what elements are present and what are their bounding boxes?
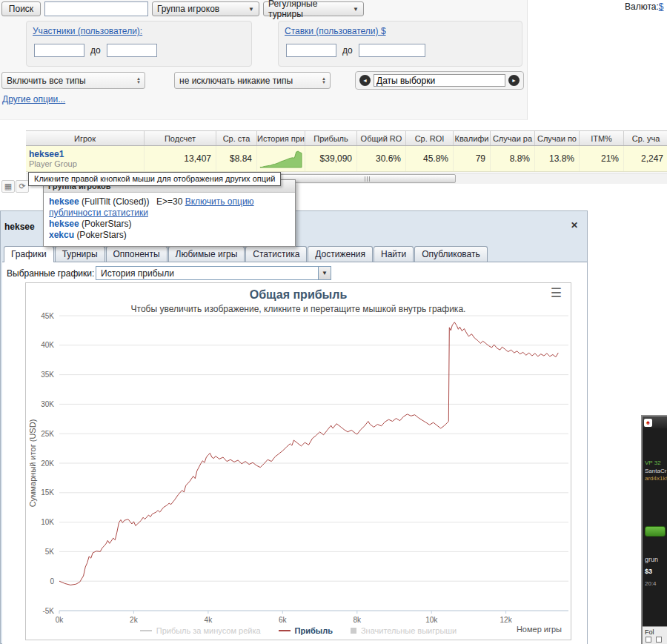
- tab-bar: Графики Турниры Оппоненты Любимые игры С…: [4, 246, 488, 262]
- search-input[interactable]: [44, 1, 148, 16]
- svg-text:5K: 5K: [45, 548, 55, 556]
- stakes-link[interactable]: Ставки (пользователи) $: [285, 26, 386, 36]
- poker-client-panel: ♠ VP 32 SantaCr ard4x1k9 grun $3 20:4 Fo…: [641, 415, 667, 644]
- svg-text:2k: 2k: [130, 616, 139, 624]
- column-header-avg-roi[interactable]: Ср. ROI: [406, 131, 454, 145]
- next-date-button[interactable]: ►: [508, 75, 520, 86]
- currency-caption: Валюта:: [625, 1, 659, 12]
- poker-player-name-2: ard4x1k9: [645, 475, 667, 482]
- date-range-input[interactable]: [374, 74, 505, 87]
- account-site: (PokerStars): [82, 219, 131, 229]
- column-header-cases-2[interactable]: Случаи по: [535, 131, 580, 145]
- enable-public-stats-link[interactable]: Включить опцию: [185, 196, 254, 207]
- account-row: публичности статистики: [49, 208, 290, 219]
- column-header-profit-history[interactable]: История при: [257, 131, 305, 145]
- tab-statistics[interactable]: Статистика: [245, 246, 307, 262]
- avg-roi-cell: 45.8%: [406, 146, 454, 171]
- exclude-types-value: не исключать никакие типы: [175, 76, 318, 86]
- column-header-itm[interactable]: ITM%: [580, 131, 624, 145]
- player-group-label: Player Group: [29, 159, 77, 168]
- chart-type-select[interactable]: История прибыли ▼: [96, 266, 331, 280]
- column-header-player[interactable]: Игрок: [26, 131, 145, 145]
- poker-action-button[interactable]: [645, 526, 666, 537]
- chart-legend: Прибыль за минусом рейка Прибыль Значите…: [26, 626, 571, 635]
- tab-favorite-games[interactable]: Любимые игры: [168, 246, 245, 262]
- poker-vpip-stat: VP 32: [645, 459, 661, 466]
- chart-menu-icon[interactable]: ☰: [551, 287, 562, 299]
- column-header-qualify[interactable]: Квалифи: [454, 131, 491, 145]
- account-link-xekcu-pokerstars[interactable]: xekcu: [49, 230, 74, 240]
- legend-item-profit[interactable]: Прибыль: [279, 626, 333, 635]
- arrow-right-icon: ►: [511, 78, 517, 83]
- tab-opponents[interactable]: Оппоненты: [106, 246, 167, 262]
- legend-item-significant-wins[interactable]: Значительные выигрыши: [351, 626, 457, 635]
- range-to-label: до: [342, 45, 353, 56]
- tab-publish[interactable]: Опубликовать: [414, 246, 487, 262]
- participants-link[interactable]: Участники (пользователи):: [33, 26, 142, 36]
- total-roi-cell: 30.6%: [357, 146, 406, 171]
- range-to-label: до: [90, 45, 101, 56]
- chart-type-value: История прибыли: [96, 268, 318, 279]
- participants-range: до: [34, 44, 157, 57]
- table-header-row: Игрок Подсчет Ср. ста История при Прибыл…: [26, 130, 667, 146]
- prev-date-button[interactable]: ◄: [359, 75, 371, 86]
- fold-any-checkbox[interactable]: [656, 637, 662, 643]
- account-row: heksee (FullTilt (Closed)) E>=30 Включит…: [49, 196, 290, 208]
- window-title: heksee: [4, 222, 35, 232]
- svg-text:0: 0: [50, 577, 54, 585]
- fold-checkbox[interactable]: [646, 637, 651, 643]
- legend-item-profit-minus-rake[interactable]: Прибыль за минусом рейка: [140, 626, 261, 635]
- stakes-range: до: [286, 44, 425, 57]
- svg-text:40K: 40K: [41, 341, 54, 349]
- poker-timer: 20:4: [645, 580, 657, 587]
- stakes-to-input[interactable]: [359, 44, 425, 57]
- stakes-from-input[interactable]: [286, 44, 336, 57]
- date-range-picker: ◄ ►: [355, 71, 524, 90]
- svg-text:12k: 12k: [500, 616, 513, 624]
- popup-body: heksee (FullTilt (Closed)) E>=30 Включит…: [44, 193, 295, 246]
- include-types-select[interactable]: Включить все типы ▲▼: [1, 72, 145, 89]
- itm-cell: 21%: [580, 146, 624, 171]
- close-icon[interactable]: ✕: [571, 220, 578, 230]
- enable-public-stats-link[interactable]: публичности статистики: [49, 208, 148, 218]
- player-group-dropdown[interactable]: Группа игроков ▼: [152, 1, 259, 16]
- profit-chart[interactable]: -5K05K10K15K20K25K30K35K40K45K0k2k4k6k8k…: [25, 282, 571, 640]
- account-link-heksee-fulltilt[interactable]: heksee: [49, 196, 79, 207]
- column-header-profit[interactable]: Прибыль: [305, 131, 357, 145]
- table-row[interactable]: heksee1 Player Group 13,407 $8.84 $39,09…: [26, 146, 667, 172]
- participants-to-input[interactable]: [107, 44, 157, 57]
- sparkline-canvas: [259, 149, 302, 168]
- include-types-value: Включить все типы: [2, 76, 133, 86]
- avg-entrants-cell: 2,247: [624, 146, 667, 171]
- exclude-types-select[interactable]: не исключать никакие типы ▲▼: [174, 72, 331, 89]
- tab-find[interactable]: Найти: [374, 246, 414, 262]
- account-row: xekcu (PokerStars): [49, 230, 290, 241]
- poker-player-name-1: SantaCr: [645, 468, 666, 474]
- column-header-count[interactable]: Подсчет: [145, 131, 216, 145]
- layout-button[interactable]: ▦: [1, 180, 15, 193]
- column-header-avg-stake[interactable]: Ср. ста: [216, 131, 257, 145]
- tab-achievements[interactable]: Достижения: [308, 246, 373, 262]
- app-screen: Поиск Группа игроков ▼ Регулярные турнир…: [0, 0, 667, 644]
- column-header-total-roi[interactable]: Общий RO: [357, 131, 406, 145]
- poker-titlebar[interactable]: ♠: [643, 416, 667, 428]
- column-header-avg-entrants[interactable]: Ср. уча: [624, 131, 667, 145]
- chevron-down-icon: ▼: [353, 6, 359, 13]
- scrollbar-thumb[interactable]: [278, 174, 456, 183]
- search-button[interactable]: Поиск: [1, 1, 41, 16]
- account-link-heksee-pokerstars[interactable]: heksee: [49, 219, 79, 229]
- poker-bottom-bar: Fol: [643, 626, 667, 644]
- window-content: Выбранные графики: История прибыли ▼ -5K…: [2, 262, 587, 644]
- participants-from-input[interactable]: [34, 44, 84, 57]
- tab-charts[interactable]: Графики: [4, 246, 54, 262]
- tournament-type-dropdown[interactable]: Регулярные турниры ▼: [263, 1, 364, 16]
- currency-link[interactable]: $: [659, 1, 664, 12]
- refresh-button[interactable]: ⟳: [16, 180, 29, 193]
- refresh-icon: ⟳: [19, 182, 25, 191]
- tab-tournaments[interactable]: Турниры: [55, 246, 105, 262]
- column-header-cases-1[interactable]: Случаи ра: [491, 131, 535, 145]
- other-options-link[interactable]: Другие опции...: [2, 94, 65, 104]
- svg-text:4k: 4k: [205, 616, 213, 624]
- svg-text:-5K: -5K: [42, 607, 54, 615]
- player-name-link[interactable]: heksee1: [29, 149, 64, 159]
